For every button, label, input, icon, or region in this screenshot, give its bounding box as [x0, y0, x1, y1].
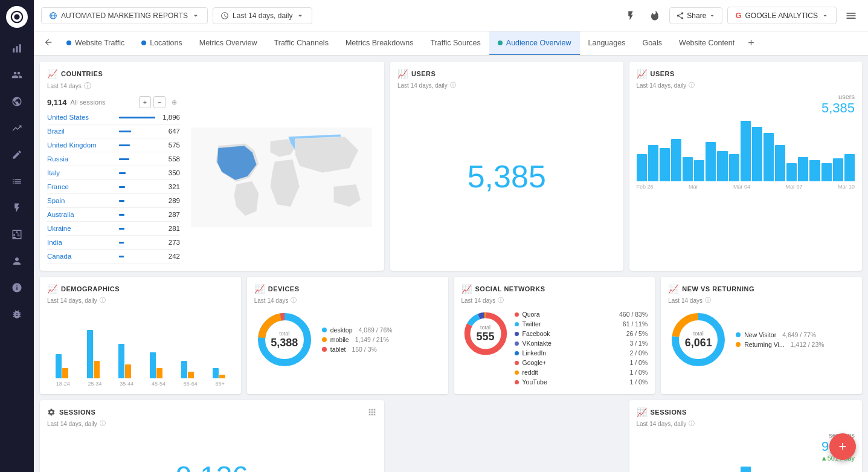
- tab-traffic-channels[interactable]: Traffic Channels: [266, 31, 337, 56]
- demo-bar-orange: [62, 368, 68, 378]
- tab-locations[interactable]: Locations: [133, 31, 191, 56]
- sidebar-icon-list[interactable]: [6, 170, 28, 192]
- demo-bar-blue: [87, 330, 93, 378]
- social-name: Facebook: [522, 330, 623, 337]
- tab-traffic-sources[interactable]: Traffic Sources: [422, 31, 489, 56]
- legend-label: Returning Vi...: [744, 341, 784, 348]
- social-stat: 1 / 0%: [629, 378, 648, 386]
- bar: [683, 157, 693, 181]
- country-bar: [119, 186, 125, 188]
- bar: [717, 151, 727, 181]
- sidebar-icon-info[interactable]: [6, 277, 28, 299]
- social-stat: 26 / 5%: [626, 330, 648, 337]
- devices-donut: total 5,388: [254, 309, 315, 370]
- country-bar-wrap: [119, 256, 155, 257]
- users-chart-subtitle: Last 14 days, daily ⓘ: [637, 81, 855, 89]
- sidebar-icon-person[interactable]: [6, 250, 28, 272]
- bar: [809, 160, 820, 181]
- tab-languages[interactable]: Languages: [580, 31, 634, 56]
- demo-axis-label: 65+: [216, 381, 225, 387]
- sidebar-icon-bolt[interactable]: [6, 197, 28, 219]
- analytics-label: GOOGLE ANALYTICS: [745, 11, 818, 20]
- settings-icon[interactable]: [47, 408, 56, 416]
- country-count: 273: [159, 239, 180, 246]
- country-row[interactable]: United Kingdom 575: [47, 138, 180, 152]
- world-map: [186, 91, 377, 263]
- social-name: Quora: [522, 311, 616, 318]
- add-tab-button[interactable]: +: [743, 37, 759, 50]
- countries-subtitle: Last 14 days ⓘ: [47, 81, 377, 91]
- tab-metrics-breakdowns[interactable]: Metrics Breakdowns: [337, 31, 422, 56]
- country-row[interactable]: Russia 558: [47, 152, 180, 166]
- social-dot: [515, 361, 519, 365]
- sidebar-icon-globe[interactable]: [6, 91, 28, 112]
- sessions-bar-chart: [637, 467, 855, 472]
- devices-legend-item: mobile 1,149 / 21%: [322, 336, 393, 343]
- users-number-wrap: 5,385: [397, 89, 616, 263]
- sidebar-icon-bug[interactable]: [6, 303, 28, 325]
- app-logo[interactable]: [6, 6, 28, 28]
- collapse-btn[interactable]: −: [153, 96, 166, 108]
- sessions-value: 9,136: [176, 460, 248, 473]
- country-row[interactable]: Ukraine 281: [47, 222, 180, 236]
- country-count: 647: [159, 128, 180, 135]
- country-bar: [119, 256, 124, 257]
- social-row: LinkedIn 2 / 0%: [515, 348, 648, 358]
- menu-button[interactable]: [841, 6, 861, 25]
- country-row[interactable]: Brazil 647: [47, 124, 180, 138]
- sidebar-icon-building[interactable]: [6, 224, 28, 245]
- country-row[interactable]: Australia 287: [47, 208, 180, 222]
- social-stat: 3 / 1%: [629, 340, 648, 347]
- country-row[interactable]: France 321: [47, 180, 180, 194]
- country-count: 287: [159, 211, 180, 218]
- grid-icon[interactable]: [367, 407, 377, 417]
- sidebar-icon-trending[interactable]: [6, 117, 28, 139]
- lightning-btn[interactable]: [621, 6, 640, 25]
- country-bar: [119, 214, 124, 216]
- tab-website-content[interactable]: Website Content: [670, 31, 743, 56]
- tab-audience-overview[interactable]: Audience Overview: [489, 31, 580, 56]
- sidebar-icon-edit[interactable]: [6, 144, 28, 166]
- demo-axis-label: 45-54: [152, 381, 166, 387]
- sessions-chart-card: 📈 SESSIONS Last 14 days, daily ⓘ session…: [629, 400, 863, 472]
- report-selector[interactable]: AUTOMATED MARKETING REPORTS: [41, 7, 208, 24]
- country-row[interactable]: United States 1,896: [47, 111, 180, 124]
- analytics-selector[interactable]: G GOOGLE ANALYTICS: [727, 7, 837, 24]
- sidebar-icon-people[interactable]: [6, 64, 28, 86]
- svg-rect-3: [16, 46, 18, 53]
- users-chart-value: 5,385: [637, 100, 855, 116]
- bar: [729, 154, 739, 181]
- nav-back-btn[interactable]: [39, 37, 58, 49]
- tab-goals[interactable]: Goals: [634, 31, 670, 56]
- fire-btn[interactable]: [645, 6, 664, 25]
- country-row[interactable]: Canada 242: [47, 250, 180, 263]
- demo-bar-group: [173, 361, 202, 378]
- total-sessions: 9,114 All sessions + − ⊕: [47, 96, 180, 108]
- social-content: total 555 Quora 460 / 83% Twitter 61 / 1…: [461, 309, 648, 387]
- tab-dot: [498, 40, 503, 45]
- country-bar-wrap: [119, 144, 155, 146]
- tab-website-traffic[interactable]: Website Traffic: [58, 31, 133, 56]
- demo-bar-orange: [125, 364, 131, 378]
- demo-bar-group: [141, 352, 171, 378]
- country-row[interactable]: Spain 289: [47, 194, 180, 208]
- sessions-chart-title: SESSIONS: [651, 409, 687, 416]
- social-dot: [515, 322, 519, 326]
- demo-bar-orange: [156, 368, 162, 378]
- legend-dot: [736, 342, 741, 347]
- expand-btn[interactable]: +: [139, 96, 151, 108]
- country-bar-wrap: [119, 242, 155, 244]
- country-count: 350: [159, 169, 180, 176]
- country-row[interactable]: Italy 350: [47, 166, 180, 180]
- social-donut: total 555: [461, 309, 510, 358]
- globe-icon: [49, 11, 57, 20]
- share-button[interactable]: Share: [669, 7, 722, 24]
- fab-button[interactable]: +: [829, 433, 856, 460]
- sidebar: [0, 0, 34, 472]
- more-btn[interactable]: ⊕: [168, 96, 180, 108]
- tab-metrics-overview[interactable]: Metrics Overview: [191, 31, 266, 56]
- date-range-selector[interactable]: Last 14 days, daily: [213, 7, 312, 24]
- country-row[interactable]: India 273: [47, 236, 180, 250]
- users-chart-card: 📈 USERS Last 14 days, daily ⓘ users 5,38…: [629, 62, 863, 271]
- sidebar-icon-chart[interactable]: [6, 37, 28, 59]
